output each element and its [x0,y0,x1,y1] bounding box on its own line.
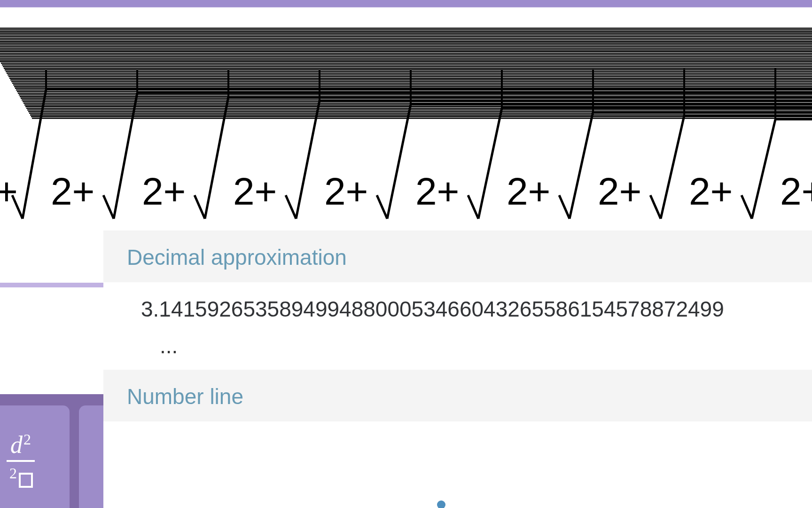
svg-line-16 [468,195,478,219]
svg-line-19 [559,195,570,219]
svg-line-17 [478,108,502,219]
expression-display[interactable]: +2+2+2+2+2+2+2+2+2+ [0,19,812,230]
svg-text:2+: 2+ [780,170,812,213]
svg-line-20 [570,112,593,219]
decimal-approximation-header: Decimal approximation [103,230,812,282]
svg-line-26 [752,119,775,219]
placeholder-box-icon [19,473,33,488]
svg-line-14 [387,104,411,219]
frac-num-sup: 2 [23,431,31,448]
svg-text:2+: 2+ [142,170,186,213]
number-line-point [437,500,445,508]
left-panel-blank [0,230,103,419]
svg-text:2+: 2+ [324,170,368,213]
svg-text:2+: 2+ [598,170,642,213]
svg-text:2+: 2+ [507,170,551,213]
fraction-icon: d2 2 [7,432,35,492]
svg-line-22 [650,195,661,219]
svg-line-4 [103,195,114,219]
frac-num-d: d [10,431,23,458]
decimal-ellipsis: ... [103,326,812,370]
frac-den-sup: 2 [9,465,17,482]
key-adjacent[interactable] [79,405,103,508]
key-second-derivative[interactable]: d2 2 [0,405,70,508]
svg-line-13 [377,195,387,219]
number-line-header: Number line [103,370,812,421]
svg-text:2+: 2+ [415,170,460,213]
svg-line-25 [742,195,752,219]
svg-line-10 [286,195,296,219]
keypad-area: d2 2 [0,394,103,508]
results-panel: Decimal approximation 3.1415926535894994… [103,230,812,421]
svg-text:2+: 2+ [51,170,95,213]
expression-svg: +2+2+2+2+2+2+2+2+2+ [0,19,812,230]
svg-line-7 [195,195,205,219]
svg-line-23 [661,116,684,219]
svg-text:+: + [0,170,18,213]
left-tab-indicator [0,279,103,287]
decimal-approximation-value[interactable]: 3.14159265358949948800053466043265586154… [103,282,812,326]
svg-text:2+: 2+ [233,170,277,213]
svg-text:2+: 2+ [689,170,733,213]
app-topbar [0,0,812,8]
